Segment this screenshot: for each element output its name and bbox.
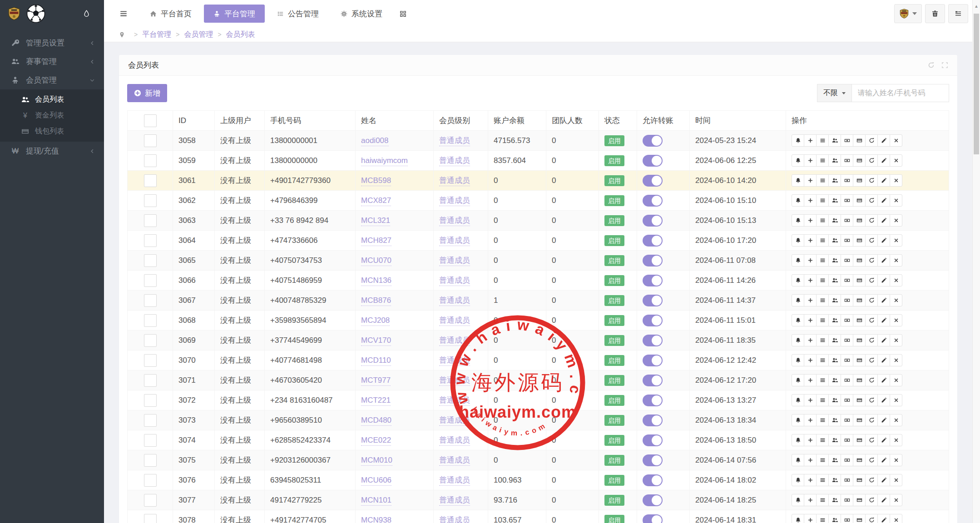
card-button[interactable] (853, 254, 866, 266)
transfer-toggle[interactable] (643, 275, 663, 286)
member-level-link[interactable]: 普通成员 (439, 356, 470, 366)
member-name-link[interactable]: MCM010 (361, 456, 392, 466)
detail-button[interactable] (816, 334, 829, 346)
breadcrumb-item-0[interactable]: 平台管理 (142, 30, 171, 39)
breadcrumb-item-1[interactable]: 会员管理 (184, 30, 213, 39)
team-button[interactable] (828, 274, 841, 286)
edit-button[interactable] (877, 294, 890, 306)
transfer-toggle[interactable] (643, 195, 663, 207)
edit-button[interactable] (877, 194, 890, 207)
bell-button[interactable] (792, 154, 804, 167)
detail-button[interactable] (816, 494, 829, 506)
detail-button[interactable] (816, 414, 829, 426)
member-name-link[interactable]: aodi008 (361, 136, 389, 146)
refresh-button[interactable] (865, 194, 878, 207)
member-level-link[interactable]: 普通成员 (439, 216, 470, 226)
transfer-toggle[interactable] (643, 454, 663, 466)
refresh-button[interactable] (865, 394, 878, 406)
member-level-link[interactable]: 普通成员 (439, 516, 470, 523)
plus-button[interactable] (804, 174, 817, 187)
delete-button[interactable] (890, 194, 902, 207)
edit-button[interactable] (877, 414, 890, 426)
money-button[interactable] (841, 474, 853, 486)
money-button[interactable] (841, 394, 853, 406)
member-name-link[interactable]: MCT977 (361, 376, 391, 386)
team-button[interactable] (828, 214, 841, 227)
card-button[interactable] (853, 394, 866, 406)
member-level-link[interactable]: 普通成员 (439, 456, 470, 466)
money-button[interactable] (841, 174, 853, 187)
detail-button[interactable] (816, 154, 829, 167)
edit-button[interactable] (877, 234, 890, 247)
edit-button[interactable] (877, 354, 890, 366)
card-button[interactable] (853, 434, 866, 446)
edit-button[interactable] (877, 474, 890, 486)
bell-button[interactable] (792, 314, 804, 326)
sidebar-collapse-button[interactable] (119, 10, 128, 18)
transfer-toggle[interactable] (643, 255, 663, 266)
refresh-button[interactable] (865, 154, 878, 167)
detail-button[interactable] (816, 234, 829, 247)
money-button[interactable] (841, 294, 853, 306)
transfer-toggle[interactable] (643, 434, 663, 446)
card-button[interactable] (853, 454, 866, 466)
team-button[interactable] (828, 374, 841, 386)
edit-button[interactable] (877, 454, 890, 466)
edit-button[interactable] (877, 174, 890, 187)
delete-button[interactable] (890, 214, 902, 227)
member-name-link[interactable]: MCD480 (361, 416, 391, 426)
detail-button[interactable] (816, 474, 829, 486)
card-button[interactable] (853, 154, 866, 167)
card-button[interactable] (853, 314, 866, 326)
transfer-toggle[interactable] (643, 175, 663, 187)
row-checkbox[interactable] (144, 274, 157, 287)
plus-button[interactable] (804, 394, 817, 406)
team-button[interactable] (828, 194, 841, 207)
row-checkbox[interactable] (144, 474, 157, 487)
bell-button[interactable] (792, 494, 804, 506)
team-button[interactable] (828, 334, 841, 346)
member-name-link[interactable]: haiwaiymcom (361, 156, 408, 166)
apps-grid-icon[interactable] (399, 10, 407, 18)
plus-button[interactable] (804, 434, 817, 446)
transfer-toggle[interactable] (643, 514, 663, 523)
edit-button[interactable] (877, 434, 890, 446)
card-button[interactable] (853, 134, 866, 147)
vertical-scrollbar[interactable]: ▲ (972, 0, 980, 523)
member-level-link[interactable]: 普通成员 (439, 336, 470, 346)
money-button[interactable] (841, 274, 853, 286)
row-checkbox[interactable] (144, 194, 157, 207)
team-button[interactable] (828, 394, 841, 406)
delete-button[interactable] (890, 254, 902, 266)
app-logo[interactable] (0, 0, 104, 27)
team-button[interactable] (828, 154, 841, 167)
delete-button[interactable] (890, 234, 902, 247)
refresh-button[interactable] (865, 174, 878, 187)
team-button[interactable] (828, 514, 841, 523)
transfer-toggle[interactable] (643, 395, 663, 406)
card-button[interactable] (853, 334, 866, 346)
transfer-toggle[interactable] (643, 494, 663, 506)
delete-button[interactable] (890, 374, 902, 386)
delete-button[interactable] (890, 174, 902, 187)
card-button[interactable] (853, 294, 866, 306)
bell-button[interactable] (792, 294, 804, 306)
member-name-link[interactable]: MCB876 (361, 296, 391, 306)
member-name-link[interactable]: MCN136 (361, 276, 391, 286)
edit-button[interactable] (877, 494, 890, 506)
card-button[interactable] (853, 194, 866, 207)
delete-button[interactable] (890, 394, 902, 406)
refresh-button[interactable] (865, 434, 878, 446)
row-checkbox[interactable] (144, 294, 157, 307)
refresh-button[interactable] (865, 214, 878, 227)
card-refresh-icon[interactable] (928, 62, 935, 69)
edit-button[interactable] (877, 334, 890, 346)
plus-button[interactable] (804, 454, 817, 466)
money-button[interactable] (841, 354, 853, 366)
team-button[interactable] (828, 354, 841, 366)
nav-item-2[interactable]: 公告管理 (267, 5, 328, 23)
delete-button[interactable] (890, 134, 902, 147)
refresh-button[interactable] (865, 454, 878, 466)
sidebar-subitem-2[interactable]: 钱包列表 (0, 123, 104, 139)
member-name-link[interactable]: MCX827 (361, 196, 391, 206)
